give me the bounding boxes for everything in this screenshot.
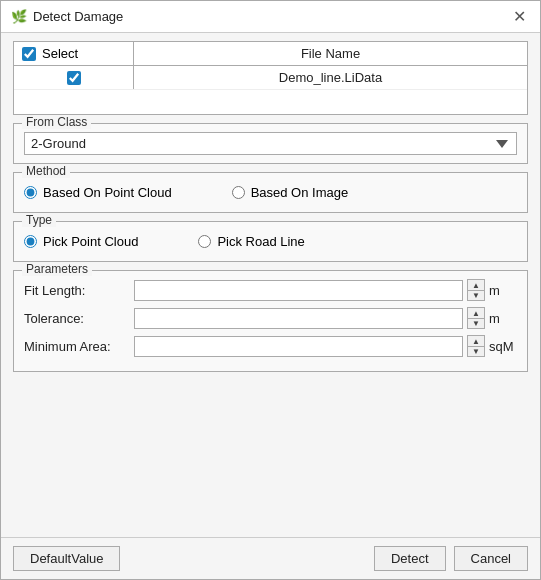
tolerance-row: Tolerance: 0.010 ▲ ▼ m (24, 307, 517, 329)
method-inner: Based On Point Cloud Based On Image (24, 181, 517, 204)
minimum-area-label: Minimum Area: (24, 339, 134, 354)
title-bar: 🌿 Detect Damage ✕ (1, 1, 540, 33)
window-title: Detect Damage (33, 9, 123, 24)
title-bar-left: 🌿 Detect Damage (11, 9, 123, 25)
minimum-area-spin-up[interactable]: ▲ (468, 336, 484, 346)
tolerance-unit: m (489, 311, 517, 326)
action-buttons: Detect Cancel (374, 546, 528, 571)
parameters-label: Parameters (22, 262, 92, 276)
type-label: Type (22, 213, 56, 227)
parameters-group: Parameters Fit Length: 3.500 ▲ ▼ m (13, 270, 528, 372)
fit-length-spinner: ▲ ▼ (467, 279, 485, 301)
type-radio-roadline[interactable]: Pick Road Line (198, 234, 304, 249)
from-class-label: From Class (22, 115, 91, 129)
fit-length-label: Fit Length: (24, 283, 134, 298)
method-radio-image[interactable]: Based On Image (232, 185, 349, 200)
type-inner: Pick Point Cloud Pick Road Line (24, 230, 517, 253)
select-header-label: Select (42, 46, 78, 61)
minimum-area-input-wrap: 0.100 ▲ ▼ sqM (134, 335, 517, 357)
file-table-header: Select File Name (14, 42, 527, 66)
from-class-inner: 2-Ground 1-Unclassified 3-Low Vegetation… (24, 132, 517, 155)
minimum-area-spin-down[interactable]: ▼ (468, 346, 484, 356)
fit-length-spin-down[interactable]: ▼ (468, 290, 484, 300)
type-radio-pickcloud[interactable]: Pick Point Cloud (24, 234, 138, 249)
parameters-inner: Fit Length: 3.500 ▲ ▼ m Tolerance: 0.010 (24, 279, 517, 357)
fit-length-spin-up[interactable]: ▲ (468, 280, 484, 290)
content-area: Select File Name Demo_line.LiData From C… (1, 33, 540, 537)
method-option-1: Based On Point Cloud (43, 185, 172, 200)
minimum-area-unit: sqM (489, 339, 517, 354)
method-label: Method (22, 164, 70, 178)
row-checkbox-cell (14, 66, 134, 89)
tolerance-label: Tolerance: (24, 311, 134, 326)
type-option-1: Pick Point Cloud (43, 234, 138, 249)
method-option-2: Based On Image (251, 185, 349, 200)
main-window: 🌿 Detect Damage ✕ Select File Name Demo_… (0, 0, 541, 580)
default-value-button[interactable]: DefaultValue (13, 546, 120, 571)
select-all-checkbox[interactable] (22, 47, 36, 61)
file-table: Select File Name Demo_line.LiData (13, 41, 528, 115)
method-radio-pointcloud[interactable]: Based On Point Cloud (24, 185, 172, 200)
tolerance-input[interactable]: 0.010 (134, 308, 463, 329)
from-class-select[interactable]: 2-Ground 1-Unclassified 3-Low Vegetation… (24, 132, 517, 155)
minimum-area-row: Minimum Area: 0.100 ▲ ▼ sqM (24, 335, 517, 357)
fit-length-input[interactable]: 3.500 (134, 280, 463, 301)
fit-length-row: Fit Length: 3.500 ▲ ▼ m (24, 279, 517, 301)
type-radio-pickcloud-input[interactable] (24, 235, 37, 248)
tolerance-spinner: ▲ ▼ (467, 307, 485, 329)
close-button[interactable]: ✕ (509, 9, 530, 25)
type-radio-roadline-input[interactable] (198, 235, 211, 248)
footer: DefaultValue Detect Cancel (1, 537, 540, 579)
tolerance-spin-up[interactable]: ▲ (468, 308, 484, 318)
method-radio-pointcloud-input[interactable] (24, 186, 37, 199)
fit-length-unit: m (489, 283, 517, 298)
app-icon: 🌿 (11, 9, 27, 25)
fit-length-input-wrap: 3.500 ▲ ▼ m (134, 279, 517, 301)
select-header-cell: Select (14, 42, 134, 65)
table-row: Demo_line.LiData (14, 66, 527, 90)
tolerance-input-wrap: 0.010 ▲ ▼ m (134, 307, 517, 329)
minimum-area-input[interactable]: 0.100 (134, 336, 463, 357)
file-table-body: Demo_line.LiData (14, 66, 527, 114)
filename-header-cell: File Name (134, 42, 527, 65)
type-group: Type Pick Point Cloud Pick Road Line (13, 221, 528, 262)
row-filename: Demo_line.LiData (134, 66, 527, 89)
from-class-group: From Class 2-Ground 1-Unclassified 3-Low… (13, 123, 528, 164)
row-checkbox[interactable] (67, 71, 81, 85)
tolerance-spin-down[interactable]: ▼ (468, 318, 484, 328)
cancel-button[interactable]: Cancel (454, 546, 528, 571)
minimum-area-spinner: ▲ ▼ (467, 335, 485, 357)
method-group: Method Based On Point Cloud Based On Ima… (13, 172, 528, 213)
type-option-2: Pick Road Line (217, 234, 304, 249)
method-radio-image-input[interactable] (232, 186, 245, 199)
detect-button[interactable]: Detect (374, 546, 446, 571)
